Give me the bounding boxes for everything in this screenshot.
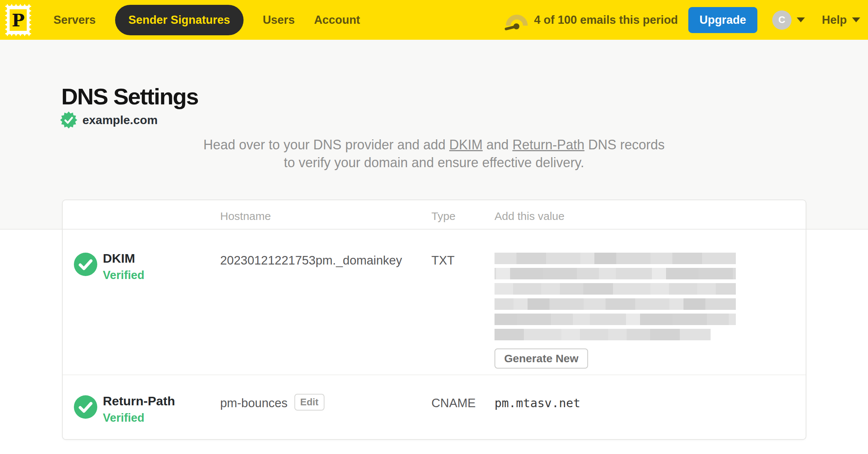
dns-records-card: Hostname Type Add this value DKIM Verifi… <box>62 200 806 440</box>
usage-meter: 4 of 100 emails this period <box>504 9 678 31</box>
verified-domain: example.com <box>60 111 158 129</box>
avatar[interactable]: C <box>772 10 792 30</box>
description-text: and <box>483 137 512 152</box>
record-value: pm.mtasv.net <box>495 396 580 410</box>
record-type: CNAME <box>431 375 495 439</box>
redacted-value-line <box>495 298 736 310</box>
chevron-down-icon <box>797 17 805 22</box>
help-menu[interactable]: Help <box>822 13 860 27</box>
nav-item-account[interactable]: Account <box>314 13 360 27</box>
upgrade-button[interactable]: Upgrade <box>688 7 757 33</box>
table-header-row: Hostname Type Add this value <box>63 200 806 230</box>
help-label: Help <box>822 13 847 27</box>
redacted-value-line <box>495 314 736 325</box>
nav-item-servers[interactable]: Servers <box>53 13 96 27</box>
record-name: Return-Path <box>103 394 220 408</box>
domain-name: example.com <box>82 113 158 127</box>
description-text: Head over to your DNS provider and add <box>203 137 449 152</box>
record-type: TXT <box>431 230 495 374</box>
table-row-dkim: DKIM Verified 20230121221753pm._domainke… <box>63 230 806 375</box>
redacted-value-line <box>495 268 736 279</box>
logo-letter: P <box>12 10 25 30</box>
redacted-dns-value <box>495 253 736 340</box>
primary-nav: Servers Sender Signatures Users Account <box>53 5 360 35</box>
edit-button[interactable]: Edit <box>294 394 324 411</box>
redacted-value-line <box>495 329 711 340</box>
gauge-icon <box>504 9 529 31</box>
return-path-link[interactable]: Return-Path <box>512 137 584 152</box>
postmark-stamp-logo-icon[interactable]: P <box>4 3 33 38</box>
generate-new-button[interactable]: Generate New <box>495 348 588 369</box>
record-status: Verified <box>103 269 220 282</box>
column-header-value: Add this value <box>495 200 794 229</box>
page-title: DNS Settings <box>61 83 198 110</box>
table-row-return-path: Return-Path Verified pm-bounces Edit CNA… <box>63 375 806 439</box>
record-status: Verified <box>103 411 220 425</box>
column-header-hostname: Hostname <box>220 200 431 229</box>
verified-seal-icon <box>60 111 77 129</box>
account-menu[interactable]: C <box>772 10 805 30</box>
nav-item-sender-signatures[interactable]: Sender Signatures <box>115 5 244 35</box>
usage-text: 4 of 100 emails this period <box>534 13 678 27</box>
redacted-value-line <box>495 283 736 295</box>
page-description: Head over to your DNS provider and add D… <box>0 136 868 172</box>
verified-check-icon <box>74 395 97 419</box>
chevron-down-icon <box>852 17 860 22</box>
record-name: DKIM <box>103 251 220 266</box>
record-hostname: 20230121221753pm._domainkey <box>220 253 402 267</box>
column-header-type: Type <box>431 200 495 229</box>
redacted-value-line <box>495 253 736 264</box>
nav-item-users[interactable]: Users <box>263 13 295 27</box>
record-hostname: pm-bounces <box>220 396 288 410</box>
dns-settings-page: P Servers Sender Signatures Users Accoun… <box>0 0 868 454</box>
top-nav-bar: P Servers Sender Signatures Users Accoun… <box>0 0 868 40</box>
dkim-link[interactable]: DKIM <box>449 137 483 152</box>
verified-check-icon <box>74 253 97 276</box>
